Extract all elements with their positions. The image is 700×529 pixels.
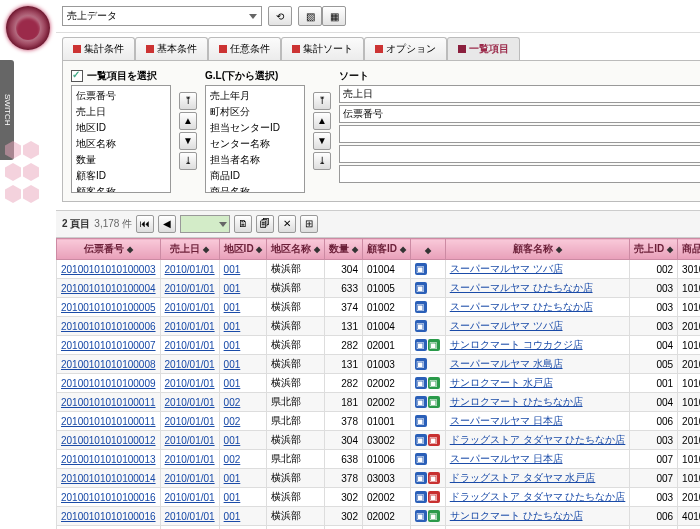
column-header[interactable]: 売上ID ◆ [630, 239, 678, 260]
column-header[interactable]: 地区名称 ◆ [267, 239, 325, 260]
field-item[interactable]: 商品ID [208, 168, 302, 184]
field-item[interactable]: 商品名称 [208, 184, 302, 193]
dataset-selector[interactable]: 売上データ [62, 6, 262, 26]
export-1-button[interactable]: 🗎 [234, 215, 252, 233]
region-id-link[interactable]: 001 [219, 469, 267, 488]
date-link[interactable]: 2010/01/01 [160, 374, 219, 393]
slip-link[interactable]: 20100101010100011 [61, 416, 156, 427]
customer-link[interactable]: サンロクマート コウカクジ店 [450, 339, 583, 350]
table-row[interactable]: 201001010101000122010/01/01001横浜部3040300… [57, 431, 701, 450]
move-down-button[interactable]: ▼ [179, 132, 197, 150]
sort-field-select[interactable] [339, 165, 700, 183]
customer-link[interactable]: スーパーマルヤマ 水島店 [450, 358, 563, 369]
tab-aggregate-sort[interactable]: 集計ソート [281, 37, 364, 60]
move-bottom-button[interactable]: ⤓ [179, 152, 197, 170]
region-id-link[interactable]: 001 [219, 260, 267, 279]
column-header[interactable]: ◆ [410, 239, 445, 260]
date-link[interactable]: 2010/01/01 [160, 298, 219, 317]
sort-field-select[interactable]: 売上日 [339, 85, 700, 103]
field-item[interactable]: 売上年月 [208, 88, 302, 104]
customer-link[interactable]: ドラッグストア タダヤマ ひたちなか店 [450, 434, 626, 445]
region-id-link[interactable]: 001 [219, 374, 267, 393]
date-link[interactable]: 2010/01/01 [160, 431, 219, 450]
date-link[interactable]: 2010/01/01 [160, 469, 219, 488]
field-item[interactable]: 伝票番号 [74, 88, 168, 104]
slip-link[interactable]: 20100101010100013 [61, 454, 156, 465]
move-bottom-button-2[interactable]: ⤓ [313, 152, 331, 170]
move-up-button[interactable]: ▲ [179, 112, 197, 130]
field-item[interactable]: 数量 [74, 152, 168, 168]
column-header[interactable]: 地区ID ◆ [219, 239, 267, 260]
slip-link[interactable]: 20100101010100012 [61, 435, 156, 446]
field-item[interactable]: センター名称 [208, 136, 302, 152]
slip-link[interactable]: 20100101010100005 [61, 302, 156, 313]
customer-link[interactable]: スーパーマルヤマ 日本店 [450, 415, 563, 426]
customer-link[interactable]: ドラッグストア タダヤマ 水戸店 [450, 472, 596, 483]
region-id-link[interactable]: 002 [219, 393, 267, 412]
column-header[interactable]: 売上日 ◆ [160, 239, 219, 260]
select-items-checkbox[interactable] [71, 70, 83, 82]
page-size-select[interactable] [180, 215, 230, 233]
column-header[interactable]: 商品ID ◆ [678, 239, 700, 260]
field-item[interactable]: 売上日 [74, 104, 168, 120]
region-id-link[interactable]: 001 [219, 298, 267, 317]
slip-link[interactable]: 20100101010100006 [61, 321, 156, 332]
column-header[interactable]: 数量 ◆ [325, 239, 363, 260]
customer-link[interactable]: ドラッグストア タダヤマ ひたちなか店 [450, 491, 626, 502]
table-row[interactable]: 201001010101000042010/01/01001横浜部6330100… [57, 279, 701, 298]
table-row[interactable]: 201001010101000162010/01/01001横浜部3020200… [57, 507, 701, 526]
toolbar-btn-1[interactable]: ▧ [298, 6, 322, 26]
table-row[interactable]: 201001010101000132010/01/01002県北部6380100… [57, 450, 701, 469]
table-row[interactable]: 201001010101000112010/01/01002県北部1810200… [57, 393, 701, 412]
table-row[interactable]: 201001010101000082010/01/01001横浜部1310100… [57, 355, 701, 374]
export-2-button[interactable]: 🗐 [256, 215, 274, 233]
slip-link[interactable]: 20100101010100004 [61, 283, 156, 294]
refresh-button[interactable]: ⟲ [268, 6, 292, 26]
date-link[interactable]: 2010/01/01 [160, 526, 219, 530]
sort-field-select[interactable]: 伝票番号 [339, 105, 700, 123]
table-row[interactable]: 201001010101000162010/01/01001横浜部3020200… [57, 488, 701, 507]
table-row[interactable]: 201001010101000072010/01/01001横浜部2820200… [57, 336, 701, 355]
field-item[interactable]: 顧客名称 [74, 184, 168, 193]
move-down-button-2[interactable]: ▼ [313, 132, 331, 150]
table-row[interactable]: 201001010101000172010/01/01001横浜部1310300… [57, 526, 701, 530]
slip-link[interactable]: 20100101010100007 [61, 340, 156, 351]
table-row[interactable]: 201001010101000092010/01/01001横浜部2820200… [57, 374, 701, 393]
page-prev-button[interactable]: ⏮ [136, 215, 154, 233]
field-item[interactable]: 町村区分 [208, 104, 302, 120]
column-header[interactable]: 伝票番号 ◆ [57, 239, 161, 260]
column-header[interactable]: 顧客名称 ◆ [445, 239, 630, 260]
customer-link[interactable]: スーパーマルヤマ ひたちなか店 [450, 301, 593, 312]
sort-field-select[interactable] [339, 145, 700, 163]
sort-field-select[interactable] [339, 125, 700, 143]
date-link[interactable]: 2010/01/01 [160, 336, 219, 355]
tab-option[interactable]: オプション [364, 37, 447, 60]
move-top-button[interactable]: ⤒ [179, 92, 197, 110]
date-link[interactable]: 2010/01/01 [160, 317, 219, 336]
region-id-link[interactable]: 001 [219, 317, 267, 336]
region-id-link[interactable]: 001 [219, 355, 267, 374]
field-item[interactable]: 担当センターID [208, 120, 302, 136]
slip-link[interactable]: 20100101010100009 [61, 378, 156, 389]
table-row[interactable]: 201001010101000142010/01/01001横浜部3780300… [57, 469, 701, 488]
slip-link[interactable]: 20100101010100011 [61, 397, 156, 408]
toolbar-btn-2[interactable]: ▦ [322, 6, 346, 26]
tab-optional-cond[interactable]: 任意条件 [208, 37, 281, 60]
date-link[interactable]: 2010/01/01 [160, 507, 219, 526]
customer-link[interactable]: サンロクマート 水戸店 [450, 377, 553, 388]
available-fields-list[interactable]: 伝票番号売上日地区ID地区名称数量顧客ID顧客名称担当者名 [71, 85, 171, 193]
move-top-button-2[interactable]: ⤒ [313, 92, 331, 110]
tab-basic-cond[interactable]: 基本条件 [135, 37, 208, 60]
region-id-link[interactable]: 001 [219, 488, 267, 507]
region-id-link[interactable]: 001 [219, 279, 267, 298]
move-up-button-2[interactable]: ▲ [313, 112, 331, 130]
tab-list-items[interactable]: 一覧項目 [447, 37, 520, 60]
tab-aggregate-cond[interactable]: 集計条件 [62, 37, 135, 60]
field-item[interactable]: 地区名称 [74, 136, 168, 152]
table-row[interactable]: 201001010101000052010/01/01001横浜部3740100… [57, 298, 701, 317]
field-item[interactable]: 地区ID [74, 120, 168, 136]
date-link[interactable]: 2010/01/01 [160, 393, 219, 412]
date-link[interactable]: 2010/01/01 [160, 488, 219, 507]
region-id-link[interactable]: 002 [219, 412, 267, 431]
region-id-link[interactable]: 001 [219, 431, 267, 450]
